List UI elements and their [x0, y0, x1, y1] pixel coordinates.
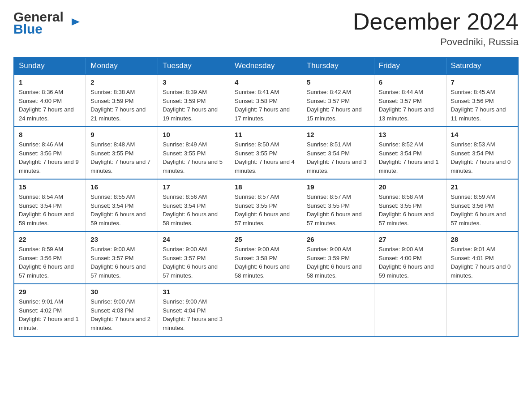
day-info: Sunrise: 9:01 AMSunset: 4:01 PMDaylight:… — [451, 246, 511, 279]
table-row — [302, 284, 374, 336]
svg-marker-0 — [72, 18, 80, 26]
day-number: 12 — [307, 131, 369, 138]
table-row: 6 Sunrise: 8:44 AMSunset: 3:57 PMDayligh… — [374, 74, 446, 127]
day-number: 25 — [235, 235, 297, 243]
day-info: Sunrise: 9:00 AMSunset: 4:04 PMDaylight:… — [163, 298, 223, 331]
table-row — [446, 284, 518, 336]
day-info: Sunrise: 8:49 AMSunset: 3:55 PMDaylight:… — [163, 141, 223, 174]
day-info: Sunrise: 9:00 AMSunset: 4:03 PMDaylight:… — [90, 298, 150, 331]
day-number: 2 — [90, 78, 153, 86]
table-row — [230, 284, 302, 336]
day-info: Sunrise: 8:53 AMSunset: 3:54 PMDaylight:… — [451, 141, 511, 174]
title-area: December 2024 Povedniki, Russia — [353, 9, 519, 48]
day-number: 15 — [19, 183, 81, 191]
calendar-table: Sunday Monday Tuesday Wednesday Thursday… — [13, 57, 519, 337]
table-row: 27 Sunrise: 9:00 AMSunset: 4:00 PMDaylig… — [374, 231, 446, 284]
day-info: Sunrise: 8:44 AMSunset: 3:57 PMDaylight:… — [379, 89, 434, 122]
table-row: 20 Sunrise: 8:58 AMSunset: 3:55 PMDaylig… — [374, 179, 446, 231]
table-row: 4 Sunrise: 8:41 AMSunset: 3:58 PMDayligh… — [230, 74, 302, 127]
day-number: 3 — [163, 78, 225, 86]
day-info: Sunrise: 8:51 AMSunset: 3:54 PMDaylight:… — [307, 141, 367, 174]
table-row: 8 Sunrise: 8:46 AMSunset: 3:56 PMDayligh… — [14, 127, 86, 179]
calendar-subtitle: Povedniki, Russia — [353, 36, 519, 48]
calendar-title: December 2024 — [353, 9, 519, 34]
table-row: 14 Sunrise: 8:53 AMSunset: 3:54 PMDaylig… — [446, 127, 518, 179]
table-row: 7 Sunrise: 8:45 AMSunset: 3:56 PMDayligh… — [446, 74, 518, 127]
day-info: Sunrise: 8:55 AMSunset: 3:54 PMDaylight:… — [90, 193, 146, 227]
calendar-week-row: 1 Sunrise: 8:36 AMSunset: 4:00 PMDayligh… — [14, 74, 518, 127]
day-info: Sunrise: 9:00 AMSunset: 3:59 PMDaylight:… — [307, 246, 362, 279]
table-row: 24 Sunrise: 9:00 AMSunset: 3:57 PMDaylig… — [158, 231, 230, 284]
day-info: Sunrise: 9:01 AMSunset: 4:02 PMDaylight:… — [19, 298, 79, 331]
day-info: Sunrise: 8:54 AMSunset: 3:54 PMDaylight:… — [19, 193, 74, 227]
table-row: 16 Sunrise: 8:55 AMSunset: 3:54 PMDaylig… — [86, 179, 158, 231]
table-row: 15 Sunrise: 8:54 AMSunset: 3:54 PMDaylig… — [14, 179, 86, 231]
day-info: Sunrise: 8:58 AMSunset: 3:55 PMDaylight:… — [379, 193, 434, 227]
header-friday: Friday — [374, 57, 446, 74]
day-info: Sunrise: 8:45 AMSunset: 3:56 PMDaylight:… — [451, 89, 506, 122]
table-row: 1 Sunrise: 8:36 AMSunset: 4:00 PMDayligh… — [14, 74, 86, 127]
day-number: 30 — [90, 288, 153, 295]
day-info: Sunrise: 8:57 AMSunset: 3:55 PMDaylight:… — [235, 193, 290, 227]
table-row: 3 Sunrise: 8:39 AMSunset: 3:59 PMDayligh… — [158, 74, 230, 127]
table-row: 22 Sunrise: 8:59 AMSunset: 3:56 PMDaylig… — [14, 231, 86, 284]
day-number: 31 — [163, 288, 225, 295]
table-row: 2 Sunrise: 8:38 AMSunset: 3:59 PMDayligh… — [86, 74, 158, 127]
day-number: 24 — [163, 235, 225, 243]
table-row: 31 Sunrise: 9:00 AMSunset: 4:04 PMDaylig… — [158, 284, 230, 336]
day-number: 21 — [451, 183, 513, 191]
table-row: 17 Sunrise: 8:56 AMSunset: 3:54 PMDaylig… — [158, 179, 230, 231]
day-info: Sunrise: 8:50 AMSunset: 3:55 PMDaylight:… — [235, 141, 295, 174]
header-sunday: Sunday — [14, 57, 86, 74]
day-number: 29 — [19, 288, 81, 295]
table-row: 5 Sunrise: 8:42 AMSunset: 3:57 PMDayligh… — [302, 74, 374, 127]
calendar-week-row: 22 Sunrise: 8:59 AMSunset: 3:56 PMDaylig… — [14, 231, 518, 284]
day-info: Sunrise: 8:57 AMSunset: 3:55 PMDaylight:… — [307, 193, 362, 227]
page-header: General Blue December 2024 Povedniki, Ru… — [13, 9, 519, 48]
day-number: 18 — [235, 183, 297, 191]
day-info: Sunrise: 8:48 AMSunset: 3:55 PMDaylight:… — [90, 141, 150, 174]
table-row: 13 Sunrise: 8:52 AMSunset: 3:54 PMDaylig… — [374, 127, 446, 179]
day-info: Sunrise: 8:46 AMSunset: 3:56 PMDaylight:… — [19, 141, 79, 174]
day-info: Sunrise: 8:59 AMSunset: 3:56 PMDaylight:… — [451, 193, 506, 227]
day-number: 4 — [235, 78, 297, 86]
table-row: 26 Sunrise: 9:00 AMSunset: 3:59 PMDaylig… — [302, 231, 374, 284]
day-info: Sunrise: 9:00 AMSunset: 3:57 PMDaylight:… — [90, 246, 146, 279]
day-number: 11 — [235, 131, 297, 138]
day-number: 9 — [90, 131, 153, 138]
calendar-week-row: 29 Sunrise: 9:01 AMSunset: 4:02 PMDaylig… — [14, 284, 518, 336]
day-number: 1 — [19, 78, 81, 86]
day-number: 26 — [307, 235, 369, 243]
day-info: Sunrise: 8:42 AMSunset: 3:57 PMDaylight:… — [307, 89, 362, 122]
day-number: 22 — [19, 235, 81, 243]
day-number: 10 — [163, 131, 225, 138]
day-number: 5 — [307, 78, 369, 86]
header-thursday: Thursday — [302, 57, 374, 74]
day-info: Sunrise: 8:36 AMSunset: 4:00 PMDaylight:… — [19, 89, 74, 122]
day-number: 23 — [90, 235, 153, 243]
day-info: Sunrise: 9:00 AMSunset: 4:00 PMDaylight:… — [379, 246, 434, 279]
table-row: 29 Sunrise: 9:01 AMSunset: 4:02 PMDaylig… — [14, 284, 86, 336]
day-info: Sunrise: 8:59 AMSunset: 3:56 PMDaylight:… — [19, 246, 74, 279]
logo-triangle-icon — [72, 18, 80, 26]
day-info: Sunrise: 8:38 AMSunset: 3:59 PMDaylight:… — [90, 89, 146, 122]
days-header-row: Sunday Monday Tuesday Wednesday Thursday… — [14, 57, 518, 74]
table-row: 9 Sunrise: 8:48 AMSunset: 3:55 PMDayligh… — [86, 127, 158, 179]
table-row: 30 Sunrise: 9:00 AMSunset: 4:03 PMDaylig… — [86, 284, 158, 336]
table-row — [374, 284, 446, 336]
day-info: Sunrise: 8:39 AMSunset: 3:59 PMDaylight:… — [163, 89, 218, 122]
day-info: Sunrise: 8:52 AMSunset: 3:54 PMDaylight:… — [379, 141, 439, 174]
table-row: 10 Sunrise: 8:49 AMSunset: 3:55 PMDaylig… — [158, 127, 230, 179]
day-number: 7 — [451, 78, 513, 86]
day-number: 28 — [451, 235, 513, 243]
table-row: 18 Sunrise: 8:57 AMSunset: 3:55 PMDaylig… — [230, 179, 302, 231]
calendar-week-row: 15 Sunrise: 8:54 AMSunset: 3:54 PMDaylig… — [14, 179, 518, 231]
day-number: 13 — [379, 131, 442, 138]
day-info: Sunrise: 9:00 AMSunset: 3:58 PMDaylight:… — [235, 246, 290, 279]
table-row: 12 Sunrise: 8:51 AMSunset: 3:54 PMDaylig… — [302, 127, 374, 179]
table-row: 25 Sunrise: 9:00 AMSunset: 3:58 PMDaylig… — [230, 231, 302, 284]
header-monday: Monday — [86, 57, 158, 74]
calendar-week-row: 8 Sunrise: 8:46 AMSunset: 3:56 PMDayligh… — [14, 127, 518, 179]
header-wednesday: Wednesday — [230, 57, 302, 74]
day-number: 19 — [307, 183, 369, 191]
